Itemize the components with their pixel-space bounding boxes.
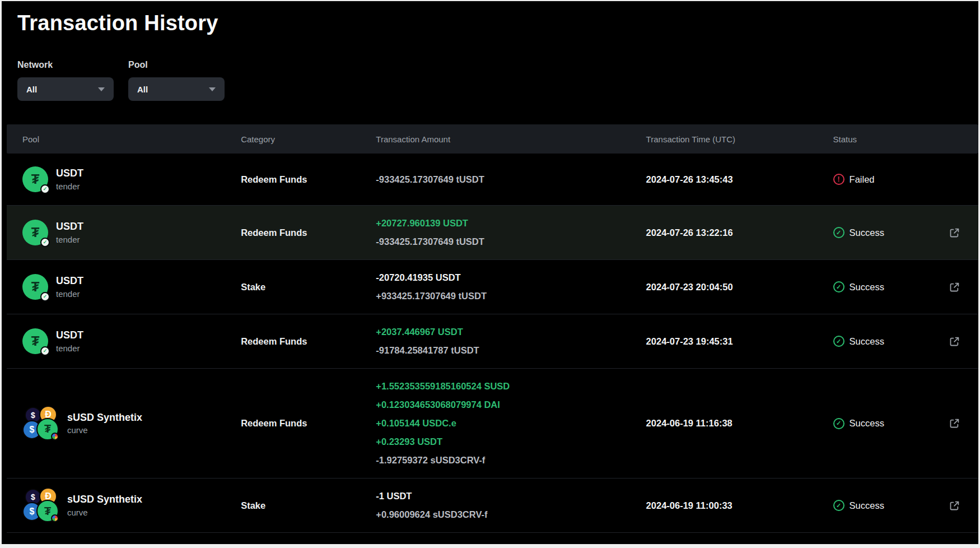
usdt-coin-icon: ₮ <box>36 500 59 522</box>
table-header: Pool Category Transaction Amount Transac… <box>7 124 978 154</box>
transaction-row[interactable]: ₮ ✓ USDT tender Redeem Funds -933425.173… <box>7 154 978 206</box>
column-header-amount: Transaction Amount <box>376 134 646 144</box>
status-label: Success <box>850 500 884 511</box>
pool-protocol: curve <box>67 508 142 517</box>
amount-line: +0.105144 USDC.e <box>376 414 646 433</box>
curve-badge-icon <box>51 514 59 522</box>
pool-cell: ₮ ✓ USDT tender <box>7 220 241 245</box>
status-success-icon: ✓ <box>833 336 844 347</box>
amount-cell: -933425.17307649 tUSDT <box>376 162 646 197</box>
column-header-time: Transaction Time (UTC) <box>646 134 833 144</box>
curve-badge-icon <box>51 433 59 440</box>
transaction-row[interactable]: ₮ ✓ USDT tender Redeem Funds +20727.9601… <box>7 206 978 260</box>
status-label: Failed <box>850 174 875 185</box>
network-select-value: All <box>26 85 37 94</box>
usdt-coin-icon: ₮ ✓ <box>22 220 48 245</box>
external-link-icon <box>949 227 960 238</box>
amount-cell: +20727.960139 USDT -933425.17307649 tUSD… <box>376 206 646 259</box>
column-header-category: Category <box>241 134 376 144</box>
pool-filter-label: Pool <box>128 60 225 70</box>
status-success-icon: ✓ <box>833 418 844 429</box>
pool-name: USDT <box>56 168 83 180</box>
time-cell: 2024-06-19 11:16:38 <box>646 418 833 429</box>
pool-name: USDT <box>56 275 83 287</box>
network-filter-label: Network <box>17 60 114 70</box>
usdt-coin-icon: ₮ ✓ <box>22 328 48 354</box>
transaction-row[interactable]: $ Ð $ ₮ sUSD Synthetix curve Stake -1 US… <box>7 479 978 533</box>
status-label: Success <box>850 418 884 429</box>
time-cell: 2024-07-23 19:45:31 <box>646 336 833 347</box>
amount-cell: -1 USDT +0.96009624 sUSD3CRV-f <box>376 479 646 532</box>
status-badge: ✓ Success <box>833 281 931 292</box>
amount-line: -933425.17307649 tUSDT <box>376 233 646 251</box>
pool-filter: Pool All <box>128 60 225 101</box>
pool-cell: ₮ ✓ USDT tender <box>7 274 241 300</box>
network-badge-icon: ✓ <box>40 238 50 247</box>
status-badge: ! Failed <box>833 174 931 185</box>
external-link-icon <box>949 500 960 511</box>
susd-pool-cluster-icon: $ Ð $ ₮ <box>22 406 59 442</box>
pool-cell: ₮ ✓ USDT tender <box>7 166 241 192</box>
status-success-icon: ✓ <box>833 281 844 292</box>
status-label: Success <box>850 336 884 347</box>
status-badge: ✓ Success <box>833 500 931 511</box>
pool-cell: $ Ð $ ₮ sUSD Synthetix curve <box>7 406 241 442</box>
amount-cell: -20720.41935 USDT +933425.17307649 tUSDT <box>376 260 646 314</box>
transaction-row[interactable]: $ Ð $ ₮ sUSD Synthetix curve Redeem Fund… <box>7 369 978 479</box>
amount-line: +0.23293 USDT <box>376 433 646 451</box>
column-header-status: Status <box>833 134 931 144</box>
external-link-button[interactable] <box>946 415 963 432</box>
category-cell: Redeem Funds <box>241 336 376 347</box>
amount-line: +0.96009624 sUSD3CRV-f <box>376 505 646 524</box>
link-cell <box>930 333 978 350</box>
time-cell: 2024-07-26 13:22:16 <box>646 227 833 238</box>
category-cell: Stake <box>241 500 376 511</box>
pool-protocol: curve <box>67 425 142 435</box>
filters-bar: Network All Pool All <box>17 60 978 101</box>
external-link-button[interactable] <box>946 333 963 350</box>
amount-cell: +2037.446967 USDT -91784.25841787 tUSDT <box>376 314 646 368</box>
link-cell <box>930 278 978 296</box>
network-filter: Network All <box>17 60 114 101</box>
pool-protocol: tender <box>56 343 83 353</box>
link-cell <box>930 415 978 432</box>
external-link-icon <box>949 418 960 429</box>
transaction-row[interactable]: ₮ ✓ USDT tender Stake -20720.41935 USDT … <box>7 260 978 314</box>
amount-line: +20727.960139 USDT <box>376 214 646 233</box>
transaction-row[interactable]: ₮ ✓ USDT tender Redeem Funds +2037.44696… <box>7 314 978 369</box>
external-link-button[interactable] <box>946 278 963 296</box>
category-cell: Redeem Funds <box>241 418 376 429</box>
amount-line: -933425.17307649 tUSDT <box>376 170 646 189</box>
usdt-coin-icon: ₮ ✓ <box>22 166 48 192</box>
external-link-button[interactable] <box>946 224 963 242</box>
link-cell <box>930 497 978 514</box>
pool-select[interactable]: All <box>128 77 225 101</box>
pool-protocol: tender <box>56 289 83 299</box>
external-link-button[interactable] <box>946 497 963 514</box>
network-select[interactable]: All <box>17 77 114 101</box>
status-success-icon: ✓ <box>833 500 844 511</box>
external-link-icon <box>949 282 960 292</box>
pool-protocol: tender <box>56 182 83 191</box>
status-failed-icon: ! <box>833 174 844 185</box>
pool-cell: ₮ ✓ USDT tender <box>7 328 241 354</box>
usdt-coin-icon: ₮ <box>36 418 59 440</box>
time-cell: 2024-06-19 11:00:33 <box>646 500 833 511</box>
chevron-down-icon <box>98 87 105 91</box>
amount-line: +2037.446967 USDT <box>376 323 646 341</box>
column-header-pool: Pool <box>7 134 241 144</box>
status-badge: ✓ Success <box>833 227 931 238</box>
transaction-table: Pool Category Transaction Amount Transac… <box>7 124 978 533</box>
status-label: Success <box>850 282 884 292</box>
network-badge-icon: ✓ <box>40 346 50 356</box>
chevron-down-icon <box>209 87 216 91</box>
amount-line: -91784.25841787 tUSDT <box>376 341 646 360</box>
pool-name: sUSD Synthetix <box>67 494 142 506</box>
network-badge-icon: ✓ <box>40 184 50 194</box>
susd-pool-cluster-icon: $ Ð $ ₮ <box>22 487 59 523</box>
amount-line: +0.123034653068079974 DAI <box>376 396 646 414</box>
pool-name: sUSD Synthetix <box>67 412 142 424</box>
external-link-icon <box>949 336 960 347</box>
pool-name: USDT <box>56 329 83 342</box>
amount-line: -1 USDT <box>376 487 646 505</box>
